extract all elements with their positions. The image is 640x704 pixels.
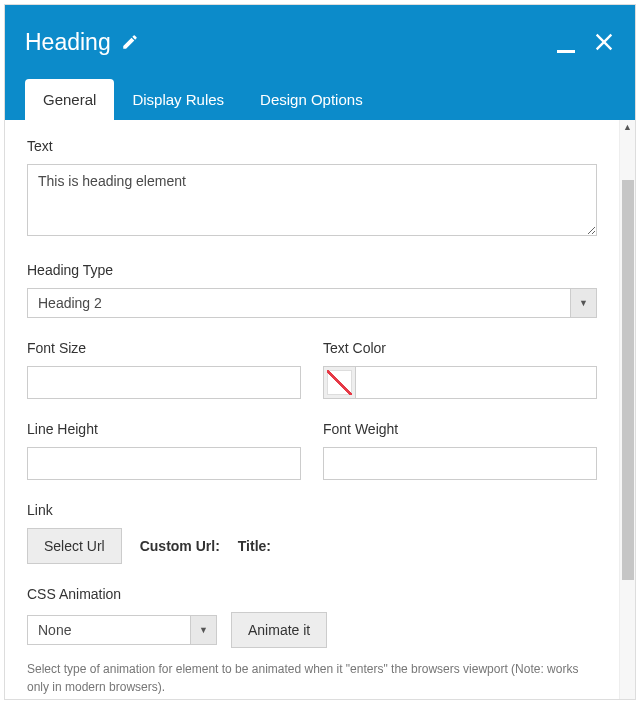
field-line-height: Line Height [27, 421, 301, 480]
font-size-input[interactable] [27, 366, 301, 399]
tab-design-options[interactable]: Design Options [242, 79, 381, 120]
dialog-title: Heading [25, 29, 111, 56]
text-label: Text [27, 138, 597, 154]
field-font-weight: Font Weight [323, 421, 597, 480]
chevron-down-icon: ▼ [570, 289, 596, 317]
heading-type-value: Heading 2 [28, 289, 570, 317]
scrollbar[interactable]: ▲ [619, 120, 635, 699]
field-link: Link Select Url Custom Url: Title: [27, 502, 597, 564]
font-size-label: Font Size [27, 340, 301, 356]
text-color-input[interactable] [356, 366, 597, 399]
title-label: Title: [238, 538, 271, 554]
tab-display-rules[interactable]: Display Rules [114, 79, 242, 120]
text-color-row [323, 366, 597, 399]
font-weight-input[interactable] [323, 447, 597, 480]
field-text-color: Text Color [323, 340, 597, 399]
close-icon[interactable] [593, 31, 615, 53]
line-height-label: Line Height [27, 421, 301, 437]
dialog-header: Heading General Display Rules Design Opt… [5, 5, 635, 120]
field-css-animation: CSS Animation None ▼ Animate it Select t… [27, 586, 597, 696]
content: Text This is heading element Heading Typ… [5, 120, 619, 699]
row-size-color: Font Size Text Color [27, 340, 597, 399]
custom-url-label: Custom Url: [140, 538, 220, 554]
line-height-input[interactable] [27, 447, 301, 480]
field-heading-type: Heading Type Heading 2 ▼ [27, 262, 597, 318]
scroll-up-icon[interactable]: ▲ [620, 122, 635, 132]
row-lineheight-weight: Line Height Font Weight [27, 421, 597, 480]
css-animation-value: None [28, 616, 190, 644]
link-row: Select Url Custom Url: Title: [27, 528, 597, 564]
field-font-size: Font Size [27, 340, 301, 399]
css-animation-help: Select type of animation for element to … [27, 660, 597, 696]
chevron-down-icon: ▼ [190, 616, 216, 644]
heading-type-select[interactable]: Heading 2 ▼ [27, 288, 597, 318]
no-color-icon [327, 370, 352, 395]
title-row: Heading [5, 5, 635, 61]
css-animation-select[interactable]: None ▼ [27, 615, 217, 645]
select-url-button[interactable]: Select Url [27, 528, 122, 564]
link-label: Link [27, 502, 597, 518]
scroll-thumb[interactable] [622, 180, 634, 580]
text-input[interactable]: This is heading element [27, 164, 597, 236]
animation-row: None ▼ Animate it [27, 612, 597, 648]
content-wrapper: Text This is heading element Heading Typ… [5, 120, 635, 699]
css-animation-label: CSS Animation [27, 586, 597, 602]
font-weight-label: Font Weight [323, 421, 597, 437]
heading-settings-dialog: Heading General Display Rules Design Opt… [4, 4, 636, 700]
heading-type-label: Heading Type [27, 262, 597, 278]
tab-general[interactable]: General [25, 79, 114, 120]
tabs: General Display Rules Design Options [5, 61, 635, 120]
minimize-icon[interactable] [557, 50, 575, 53]
text-color-label: Text Color [323, 340, 597, 356]
color-swatch[interactable] [323, 366, 356, 399]
field-text: Text This is heading element [27, 138, 597, 240]
edit-icon [121, 33, 139, 51]
animate-it-button[interactable]: Animate it [231, 612, 327, 648]
